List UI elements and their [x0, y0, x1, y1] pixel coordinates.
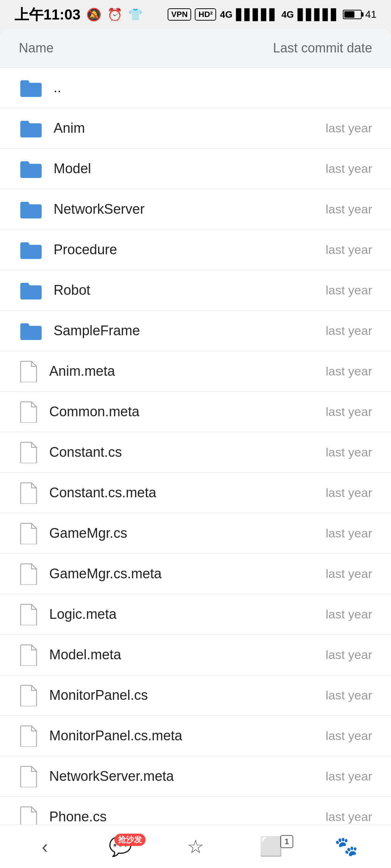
file-row-left: NetworkServer.meta: [19, 765, 174, 788]
file-row-left: Robot: [19, 281, 90, 300]
file-row-left: Anim.meta: [19, 360, 115, 383]
clock-icon: ⏰: [107, 7, 122, 22]
file-list: .. Animlast year Modellast year NetworkS…: [0, 68, 391, 825]
file-name-label: Procedure: [54, 242, 117, 258]
table-row[interactable]: Robotlast year: [0, 270, 391, 311]
bottom-nav: ‹ 💬 抢沙发 ☆ ⬜ 1 🐾: [0, 825, 391, 868]
tab-button[interactable]: ⬜ 1: [238, 832, 303, 861]
file-icon: [19, 644, 38, 666]
file-date-label: last year: [326, 810, 373, 824]
file-date-label: last year: [326, 445, 373, 459]
more-button[interactable]: 🐾: [314, 832, 379, 861]
file-name-label: NetworkServer.meta: [49, 769, 174, 784]
folder-icon: [19, 322, 42, 340]
table-row[interactable]: GameMgr.cslast year: [0, 513, 391, 554]
file-name-label: Model.meta: [49, 647, 121, 663]
status-bar: 上午11:03 🔕 ⏰ 👕 VPN HD² 4G ▋▋▋▋▋ 4G ▋▋▋▋▋ …: [0, 0, 391, 29]
table-row[interactable]: Constant.cslast year: [0, 432, 391, 473]
table-row[interactable]: Phone.cslast year: [0, 797, 391, 825]
file-name-label: MonitorPanel.cs: [49, 688, 148, 703]
file-name-label: NetworkServer: [54, 201, 144, 217]
file-icon: [19, 441, 38, 464]
file-name-label: Model: [54, 161, 91, 176]
table-header: Name Last commit date: [0, 29, 391, 68]
file-date-label: last year: [326, 607, 373, 621]
file-date-label: last year: [326, 486, 373, 500]
file-row-left: Model.meta: [19, 644, 121, 666]
alarm-icon: 🔕: [86, 7, 101, 22]
file-date-label: last year: [326, 567, 373, 581]
table-row[interactable]: Procedurelast year: [0, 230, 391, 270]
hd-badge: HD²: [195, 8, 216, 21]
file-icon: [19, 603, 38, 626]
star-icon: ☆: [187, 836, 204, 858]
file-date-label: last year: [326, 526, 373, 540]
file-icon: [19, 522, 38, 545]
file-name-label: Phone.cs: [49, 809, 106, 825]
file-name-label: SampleFrame: [54, 323, 140, 339]
file-row-left: NetworkServer: [19, 200, 144, 219]
file-row-left: Phone.cs: [19, 806, 106, 825]
table-row[interactable]: Logic.metalast year: [0, 594, 391, 635]
file-row-left: GameMgr.cs.meta: [19, 563, 161, 585]
file-name-label: Logic.meta: [49, 607, 117, 622]
table-row[interactable]: NetworkServer.metalast year: [0, 756, 391, 797]
file-icon: [19, 725, 38, 747]
file-name-label: Constant.cs.meta: [49, 485, 156, 501]
table-row[interactable]: Modellast year: [0, 149, 391, 189]
table-row[interactable]: Common.metalast year: [0, 392, 391, 432]
file-name-label: Anim: [54, 120, 85, 136]
back-button[interactable]: ‹: [12, 832, 77, 861]
file-date-label: last year: [326, 769, 373, 783]
file-icon: [19, 401, 38, 423]
tab-count: 1: [280, 835, 293, 848]
tab-icon: ⬜: [259, 835, 283, 858]
table-row[interactable]: ..: [0, 68, 391, 108]
star-button[interactable]: ☆: [163, 832, 228, 861]
folder-icon: [19, 159, 42, 178]
file-date-label: last year: [326, 688, 373, 702]
file-name-label: Anim.meta: [49, 363, 115, 379]
file-row-left: Model: [19, 159, 91, 178]
folder-icon: [19, 119, 42, 138]
chat-button[interactable]: 💬 抢沙发: [88, 832, 153, 861]
file-name-label: Common.meta: [49, 404, 139, 420]
file-row-left: SampleFrame: [19, 322, 140, 340]
file-date-label: last year: [326, 121, 373, 135]
table-row[interactable]: MonitorPanel.cs.metalast year: [0, 716, 391, 756]
folder-icon: [19, 78, 42, 97]
date-column-header: Last commit date: [273, 41, 372, 56]
signal2-label: 4G: [281, 9, 294, 20]
file-row-left: Anim: [19, 119, 85, 138]
table-row[interactable]: GameMgr.cs.metalast year: [0, 554, 391, 594]
file-row-left: ..: [19, 78, 61, 97]
table-row[interactable]: Constant.cs.metalast year: [0, 473, 391, 513]
table-row[interactable]: Animlast year: [0, 108, 391, 149]
file-name-label: Constant.cs: [49, 444, 122, 460]
file-icon: [19, 482, 38, 504]
table-row[interactable]: NetworkServerlast year: [0, 189, 391, 230]
file-icon: [19, 360, 38, 383]
file-row-left: Constant.cs.meta: [19, 482, 156, 504]
table-row[interactable]: Model.metalast year: [0, 635, 391, 675]
folder-icon: [19, 241, 42, 259]
signal1-label: 4G: [220, 9, 232, 20]
file-date-label: last year: [326, 324, 373, 338]
file-row-left: Procedure: [19, 241, 117, 259]
status-time: 上午11:03 🔕 ⏰ 👕: [14, 5, 143, 25]
battery-icon: [343, 10, 362, 19]
file-icon: [19, 563, 38, 585]
folder-icon: [19, 281, 42, 300]
signal2-bars: ▋▋▋▋▋: [298, 8, 339, 21]
name-column-header: Name: [19, 41, 54, 56]
file-date-label: last year: [326, 364, 373, 378]
file-date-label: last year: [326, 202, 373, 216]
file-row-left: Logic.meta: [19, 603, 117, 626]
folder-icon: [19, 200, 42, 219]
main-container: Name Last commit date .. Animlast year M…: [0, 29, 391, 825]
table-row[interactable]: MonitorPanel.cslast year: [0, 675, 391, 716]
file-row-left: MonitorPanel.cs: [19, 684, 148, 707]
file-date-label: last year: [326, 729, 373, 743]
table-row[interactable]: SampleFramelast year: [0, 311, 391, 351]
table-row[interactable]: Anim.metalast year: [0, 351, 391, 392]
